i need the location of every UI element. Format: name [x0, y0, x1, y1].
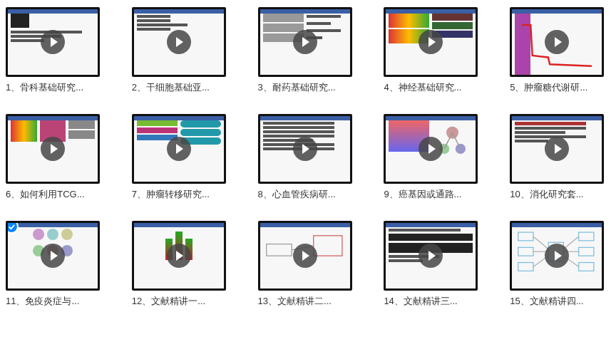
svg-point-2 [456, 144, 466, 154]
play-icon[interactable] [419, 244, 443, 268]
video-item[interactable]: 11、免疫炎症与... [6, 221, 106, 308]
video-thumbnail[interactable] [258, 221, 352, 291]
video-thumbnail[interactable] [258, 114, 352, 184]
svg-rect-14 [579, 263, 594, 271]
video-label: 8、心血管疾病研... [258, 188, 336, 201]
video-label: 6、如何利用TCG... [6, 188, 85, 201]
video-label: 10、消化研究套... [510, 188, 583, 201]
svg-rect-9 [518, 247, 533, 256]
video-thumbnail[interactable] [6, 7, 100, 77]
video-label: 12、文献精讲一... [132, 295, 205, 308]
play-icon[interactable] [41, 137, 65, 161]
play-icon[interactable] [293, 30, 317, 54]
video-label: 1、骨科基础研究... [6, 81, 83, 94]
video-thumbnail[interactable] [510, 7, 604, 77]
video-label: 11、免疫炎症与... [6, 295, 79, 308]
video-item[interactable]: 8、心血管疾病研... [258, 114, 359, 201]
video-thumbnail[interactable] [384, 114, 478, 184]
video-thumbnail[interactable] [6, 221, 100, 291]
play-icon[interactable] [419, 137, 443, 161]
video-item[interactable]: 15、文献精讲四... [510, 221, 610, 308]
video-item[interactable]: 7、肿瘤转移研究... [132, 114, 232, 201]
svg-line-15 [533, 236, 548, 249]
play-icon[interactable] [545, 30, 569, 54]
svg-rect-10 [518, 263, 533, 271]
svg-rect-6 [313, 236, 342, 256]
play-icon[interactable] [167, 137, 191, 161]
play-icon[interactable] [545, 137, 569, 161]
play-icon[interactable] [167, 30, 191, 54]
play-icon[interactable] [419, 30, 443, 54]
play-icon[interactable] [293, 244, 317, 268]
video-thumbnail[interactable] [384, 221, 478, 291]
video-label: 9、癌基因或通路... [384, 188, 461, 201]
video-thumbnail[interactable] [132, 114, 226, 184]
svg-rect-8 [518, 232, 533, 241]
video-thumbnail[interactable] [6, 114, 100, 184]
video-label: 2、干细胞基础亚... [132, 81, 210, 94]
video-thumbnail[interactable] [132, 7, 226, 77]
play-icon[interactable] [41, 30, 65, 54]
video-label: 13、文献精讲二... [258, 295, 332, 308]
play-icon[interactable] [293, 137, 317, 161]
play-icon[interactable] [545, 244, 569, 268]
video-item[interactable]: 13、文献精讲二... [258, 221, 359, 308]
video-item[interactable]: 14、文献精讲三... [384, 221, 484, 308]
video-thumbnail[interactable] [132, 221, 226, 291]
video-item[interactable]: 6、如何利用TCG... [6, 114, 106, 201]
video-item[interactable]: 1、骨科基础研究... [6, 7, 106, 94]
video-item[interactable]: 4、神经基础研究... [384, 7, 484, 94]
video-label: 3、耐药基础研究... [258, 81, 336, 94]
svg-rect-5 [266, 244, 291, 256]
video-item[interactable]: 2、干细胞基础亚... [132, 7, 232, 94]
video-thumbnail[interactable] [384, 7, 478, 77]
video-thumbnail[interactable] [510, 114, 604, 184]
video-item[interactable]: 10、消化研究套... [510, 114, 610, 201]
video-thumbnail[interactable] [510, 221, 604, 291]
play-icon[interactable] [41, 244, 65, 268]
video-label: 7、肿瘤转移研究... [132, 188, 210, 201]
video-label: 5、肿瘤糖代谢研... [510, 81, 587, 94]
video-item[interactable]: 3、耐药基础研究... [258, 7, 359, 94]
video-thumbnail[interactable] [258, 7, 352, 77]
video-label: 15、文献精讲四... [510, 295, 583, 308]
video-item[interactable]: 12、文献精讲一... [132, 221, 232, 308]
video-label: 4、神经基础研究... [384, 81, 461, 94]
video-item[interactable]: 9、癌基因或通路... [384, 114, 484, 201]
svg-rect-12 [579, 232, 594, 241]
video-grid: 1、骨科基础研究... 2、干细胞基础亚... 3、耐药基础研究... [6, 7, 610, 308]
svg-rect-13 [579, 247, 594, 256]
video-label: 14、文献精讲三... [384, 295, 457, 308]
play-icon[interactable] [167, 244, 191, 268]
video-item[interactable]: 5、肿瘤糖代谢研... [510, 7, 610, 94]
